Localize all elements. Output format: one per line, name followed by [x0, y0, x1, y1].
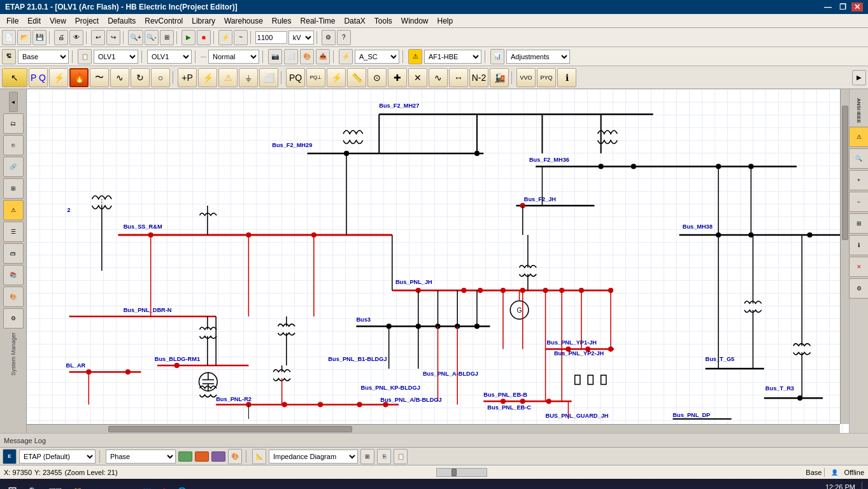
collapse-sidebar-btn[interactable]: ◄ [9, 92, 18, 112]
info-tool[interactable]: ℹ [557, 68, 576, 87]
edge-btn[interactable]: ⊕ [89, 481, 104, 489]
study-select[interactable]: A_SC [355, 50, 399, 64]
show-desktop-btn[interactable] [862, 481, 865, 489]
minus-right-btn[interactable]: − [849, 192, 869, 212]
x-tool[interactable]: ✕ [408, 68, 427, 87]
menu-warehouse[interactable]: Warehouse [220, 15, 267, 27]
menu-window[interactable]: Window [397, 15, 432, 27]
search-btn[interactable]: 🔍 [24, 481, 43, 489]
gear-btn[interactable]: ⚙ [3, 308, 24, 329]
bus-tool[interactable]: P Q [29, 68, 48, 87]
menu-defaults[interactable]: Defaults [104, 15, 139, 27]
one-line-btn[interactable]: ⎋ [3, 135, 24, 155]
box-tool[interactable]: ⬜ [259, 68, 278, 87]
acrobat-btn[interactable]: A [157, 481, 171, 489]
train-tool[interactable]: 🚂 [490, 68, 509, 87]
menu-file[interactable]: File [3, 15, 22, 27]
diagram-select[interactable]: Impedance Diagram [269, 450, 358, 464]
motor-tool[interactable]: ↻ [131, 68, 150, 87]
pyq-tool[interactable]: PYQ [537, 68, 556, 87]
export-btn[interactable]: 📤 [316, 49, 330, 64]
zoom-out-btn[interactable]: 🔍- [145, 30, 159, 45]
arc-tool[interactable]: 🔥 [69, 68, 89, 87]
zoom-right-btn[interactable]: 🔍 [849, 148, 869, 169]
display-btn[interactable]: ⬜ [284, 49, 298, 64]
chrome-btn[interactable]: ● [106, 481, 120, 489]
minimize-btn[interactable]: — [822, 3, 834, 11]
af-select[interactable]: AF1-HBE [424, 50, 481, 64]
color2-btn[interactable] [195, 451, 209, 462]
circle-tool[interactable]: ○ [151, 68, 170, 87]
run-btn[interactable]: ▶ [181, 30, 196, 45]
db-btn[interactable]: 🗃 [3, 243, 24, 264]
n2-tool[interactable]: N-2 [469, 68, 488, 87]
diagram-area[interactable]: G [27, 89, 849, 433]
voltage-input[interactable]: 1100 [255, 31, 287, 44]
menu-view[interactable]: View [46, 15, 70, 27]
vvo-tool[interactable]: VVO [516, 68, 536, 87]
taskview-btn[interactable]: ❑❑ [44, 481, 67, 489]
profile-select[interactable]: ETAP (Default) [19, 450, 96, 464]
stop-btn[interactable]: ■ [197, 30, 211, 45]
fit-right-btn[interactable]: ⊞ [849, 213, 869, 234]
palette-btn[interactable]: 🎨 [3, 287, 24, 307]
explorer-btn[interactable]: 📁 [68, 481, 87, 489]
restore-btn[interactable]: ❐ [837, 3, 849, 11]
olv1-config-select[interactable]: OLV1 [94, 50, 138, 64]
outlook-btn[interactable]: ✉ [122, 481, 138, 489]
hscrollbar[interactable] [27, 424, 840, 433]
olv1-select[interactable]: OLV1 [147, 50, 192, 64]
schematic-btn[interactable]: ⊞ [3, 178, 24, 199]
pq-tool2[interactable]: PQ [286, 68, 305, 87]
copy-btn[interactable]: ⎘ [377, 449, 391, 464]
close-right-btn[interactable]: ✕ [849, 257, 869, 277]
list-btn[interactable]: ☰ [3, 222, 24, 242]
phase-select[interactable]: Phase [106, 450, 176, 464]
cursor-tool[interactable]: ↖ [2, 68, 27, 87]
undo-btn[interactable]: ↩ [91, 30, 105, 45]
wave2-tool[interactable]: ∿ [429, 68, 448, 87]
menu-revcontrol[interactable]: RevControl [141, 15, 187, 27]
sine-tool[interactable]: ∿ [110, 68, 129, 87]
print-prev-btn[interactable]: 👁 [69, 30, 83, 45]
zoom-slider[interactable] [436, 468, 487, 477]
menu-help[interactable]: Help [434, 15, 457, 27]
gear-right-btn[interactable]: ⚙ [849, 278, 869, 299]
cable-btn[interactable]: ~ [234, 30, 248, 45]
redo-btn[interactable]: ↪ [106, 30, 120, 45]
grid-btn[interactable]: ⊞ [360, 449, 374, 464]
warning-side-btn[interactable]: ⚠ [3, 200, 24, 220]
settings-btn[interactable]: ⚙ [322, 30, 336, 45]
plus-right-btn[interactable]: + [849, 170, 869, 190]
start-btn[interactable]: ⊞ [3, 481, 22, 489]
menu-datax[interactable]: DataX [340, 15, 369, 27]
help-btn[interactable]: ? [337, 30, 351, 45]
wave-tool[interactable]: 〜 [90, 68, 109, 87]
new-btn[interactable]: 📄 [2, 30, 16, 45]
arrow-tool[interactable]: ↔ [449, 68, 468, 87]
flash-tool[interactable]: ⚡ [49, 68, 68, 87]
menu-library[interactable]: Library [188, 15, 219, 27]
flash2-tool[interactable]: ⚡ [327, 68, 346, 87]
color-btn[interactable]: 🎨 [300, 49, 314, 64]
circle2-tool[interactable]: ⊙ [367, 68, 387, 87]
plus-p-tool[interactable]: +P [178, 68, 197, 87]
zoom-fit-btn[interactable]: ⊞ [160, 30, 174, 45]
menu-tools[interactable]: Tools [371, 15, 396, 27]
pq-jlr-tool[interactable]: PQ⊥ [306, 68, 325, 87]
close-btn[interactable]: ✕ [851, 3, 863, 11]
network-btn[interactable]: 🔗 [3, 157, 24, 177]
paste-btn[interactable]: 📋 [394, 449, 408, 464]
expand-tools[interactable]: ▶ [852, 70, 866, 85]
info-right-btn[interactable]: ℹ [849, 235, 869, 255]
color3-btn[interactable] [211, 451, 225, 462]
print-btn[interactable]: 🖨 [54, 30, 68, 45]
layers-btn[interactable]: 📚 [3, 265, 24, 285]
cross-tool[interactable]: ✚ [388, 68, 407, 87]
menu-edit[interactable]: Edit [24, 15, 45, 27]
chrome2-btn[interactable]: 🌐 [173, 481, 192, 489]
app-btn[interactable]: ◈ [209, 481, 224, 489]
edge2-btn[interactable]: e [193, 481, 207, 489]
mode-select[interactable]: Normal [208, 50, 259, 64]
vscrollbar[interactable] [840, 89, 849, 424]
